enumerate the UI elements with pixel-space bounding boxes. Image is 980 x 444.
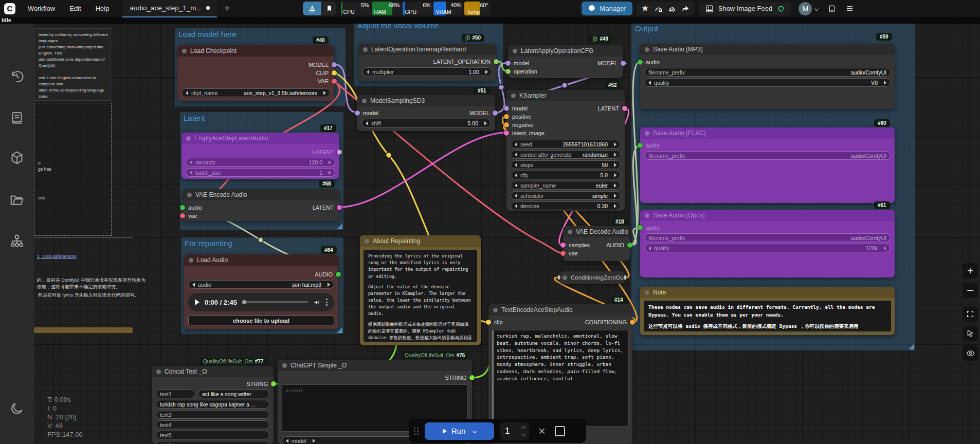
user-avatar[interactable]: M xyxy=(798,2,812,15)
output-pin-string[interactable] xyxy=(469,375,475,380)
hamburger-menu-icon[interactable] xyxy=(843,2,856,15)
widget-text1-label[interactable]: text1 xyxy=(156,390,196,398)
toggle-links-button[interactable] xyxy=(963,345,978,361)
prev-arrow-icon[interactable] xyxy=(515,163,517,167)
widget-scheduler[interactable]: schedulersimple xyxy=(511,191,621,200)
output-pin-conditioning[interactable] xyxy=(624,275,626,280)
widget-sampler-name[interactable]: sampler_nameeuler xyxy=(511,181,621,190)
hidden-note-titlebar[interactable] xyxy=(34,327,133,333)
model-library-icon[interactable] xyxy=(8,149,26,166)
collapse-dot-icon[interactable] xyxy=(493,308,498,312)
output-pin-latent[interactable] xyxy=(337,150,342,155)
collapse-dot-icon[interactable] xyxy=(645,47,649,52)
output-pin-model[interactable] xyxy=(493,110,498,116)
prev-arrow-icon[interactable] xyxy=(366,121,368,125)
widget-audio-file[interactable]: audioson hal.mp3 xyxy=(188,280,334,289)
new-workflow-tab-button[interactable]: + xyxy=(217,3,238,14)
input-pin-operation[interactable] xyxy=(505,69,511,74)
node-canvas[interactable]: Load model here Adjust the vocal volume … xyxy=(0,24,980,444)
group-resize-handle[interactable] xyxy=(337,224,342,229)
node-ksampler[interactable]: KSampler modelLATENT positive negative l… xyxy=(506,90,625,211)
widget-text5[interactable]: text5 xyxy=(156,431,269,439)
output-pin-conditioning[interactable] xyxy=(630,320,635,325)
prev-arrow-icon[interactable] xyxy=(367,70,369,74)
widget-batch-size[interactable]: batch_size1 xyxy=(186,168,335,177)
collapse-dot-icon[interactable] xyxy=(511,94,516,98)
drag-handle-icon[interactable] xyxy=(414,427,419,435)
output-pin-latent[interactable] xyxy=(337,205,342,210)
input-pin-model[interactable] xyxy=(504,106,509,111)
comfyui-logo-icon[interactable]: C xyxy=(4,3,15,14)
collapse-dot-icon[interactable] xyxy=(645,131,649,136)
group-resize-handle[interactable] xyxy=(909,344,914,349)
next-arrow-icon[interactable] xyxy=(614,163,616,167)
next-arrow-icon[interactable] xyxy=(614,204,616,208)
prev-arrow-icon[interactable] xyxy=(286,439,288,443)
menu-edit[interactable]: Edit xyxy=(62,5,88,12)
widget-quality[interactable]: qualityV0 xyxy=(644,78,891,87)
collapse-dot-icon[interactable] xyxy=(568,230,572,234)
share-icon[interactable] xyxy=(679,2,692,15)
queue-icon[interactable] xyxy=(8,109,26,126)
next-arrow-icon[interactable] xyxy=(313,439,315,443)
prev-arrow-icon[interactable] xyxy=(648,81,651,85)
group-resize-handle[interactable] xyxy=(337,327,342,333)
node-latent-apply-operation-cfg[interactable]: LatentApplyOperationCFG modelMODEL opera… xyxy=(508,45,623,78)
upload-button[interactable]: choose file to upload xyxy=(188,316,334,325)
chevron-down-icon[interactable] xyxy=(814,6,819,10)
count-stepper[interactable] xyxy=(522,427,525,435)
node-vae-decode-audio[interactable]: VAE Decode Audio samplesAUDIO vae xyxy=(563,226,630,261)
widget-cfg[interactable]: cfg5.0 xyxy=(511,171,621,179)
audio-player[interactable]: 0:00 / 2:45 xyxy=(188,293,334,311)
widget-seconds[interactable]: seconds120.0 xyxy=(186,158,335,166)
node-vae-encode-audio[interactable]: VAE Encode Audio audioLATENT vae xyxy=(183,189,339,221)
prev-arrow-icon[interactable] xyxy=(515,173,517,177)
node-empty-ace-step-latent-audio[interactable]: EmptyAceStepLatentAudio LATENT seconds12… xyxy=(182,133,339,179)
manager-button[interactable]: Manager xyxy=(582,2,632,15)
collapse-dot-icon[interactable] xyxy=(189,258,193,263)
fit-view-button[interactable] xyxy=(963,306,978,322)
zoom-out-button[interactable]: − xyxy=(963,283,978,298)
play-icon[interactable] xyxy=(195,299,199,305)
widget-ckpt-name[interactable]: ckpt_nameace_step_v1_3.5b.safetensors xyxy=(182,88,330,97)
widget-filename-prefix[interactable]: filename_prefixaudio/ComfyUI xyxy=(644,233,891,242)
prev-arrow-icon[interactable] xyxy=(190,171,192,175)
input-pin-vae[interactable] xyxy=(180,213,185,218)
next-arrow-icon[interactable] xyxy=(323,91,326,95)
next-arrow-icon[interactable] xyxy=(884,246,886,250)
collapse-dot-icon[interactable] xyxy=(362,99,367,103)
input-pin-positive[interactable] xyxy=(504,114,509,119)
node-load-audio[interactable]: Load Audio AUDIO audioson hal.mp3 0:00 /… xyxy=(184,254,338,329)
widget-filename-prefix[interactable]: filename_prefixaudio/ComfyUI xyxy=(644,151,891,160)
chevron-down-icon[interactable] xyxy=(473,429,477,433)
widget-shift[interactable]: shift5.00 xyxy=(361,119,491,127)
prev-arrow-icon[interactable] xyxy=(515,142,517,146)
collapse-dot-icon[interactable] xyxy=(645,290,649,295)
output-pin-latent-operation[interactable] xyxy=(494,59,499,64)
input-pin-audio[interactable] xyxy=(638,143,643,148)
widget-text2-value[interactable]: turkish rap song like sagopa kajmer a ..… xyxy=(156,400,269,409)
widget-filename-prefix[interactable]: filename_prefixaudio/ComfyUI xyxy=(644,68,891,77)
widget-text6[interactable]: text6 xyxy=(156,441,269,444)
input-pin-model[interactable] xyxy=(355,110,360,116)
input-pin-model[interactable] xyxy=(505,61,511,66)
node-conditioning-zero-out[interactable]: ConditioningZeroOut xyxy=(558,271,626,284)
collapse-dot-icon[interactable] xyxy=(513,49,517,53)
favorites-star-icon[interactable]: ★ xyxy=(639,2,652,15)
next-arrow-icon[interactable] xyxy=(884,81,886,85)
batch-count-input[interactable]: 1 xyxy=(500,422,529,440)
next-arrow-icon[interactable] xyxy=(614,153,616,157)
collapse-dot-icon[interactable] xyxy=(186,136,191,141)
node-model-sampling-sd3[interactable]: ModelSamplingSD3 modelMODEL shift5.00 xyxy=(357,95,495,131)
input-pin-audio[interactable] xyxy=(638,60,643,65)
tags-textarea[interactable]: turkish rap, melancholic, emotional, slo… xyxy=(492,330,629,427)
output-pin-vae[interactable] xyxy=(332,79,337,84)
clear-queue-button[interactable]: × xyxy=(535,425,549,437)
input-pin-conditioning[interactable] xyxy=(558,275,560,280)
widget-steps[interactable]: steps50 xyxy=(511,160,621,169)
node-save-audio-flac[interactable]: Save Audio (FLAC) audio filename_prefixa… xyxy=(640,127,895,203)
output-pin-audio[interactable] xyxy=(627,243,632,248)
input-pin-samples[interactable] xyxy=(560,243,566,248)
widget-denoise[interactable]: denoise0.30 xyxy=(511,201,621,210)
prev-arrow-icon[interactable] xyxy=(515,194,517,198)
